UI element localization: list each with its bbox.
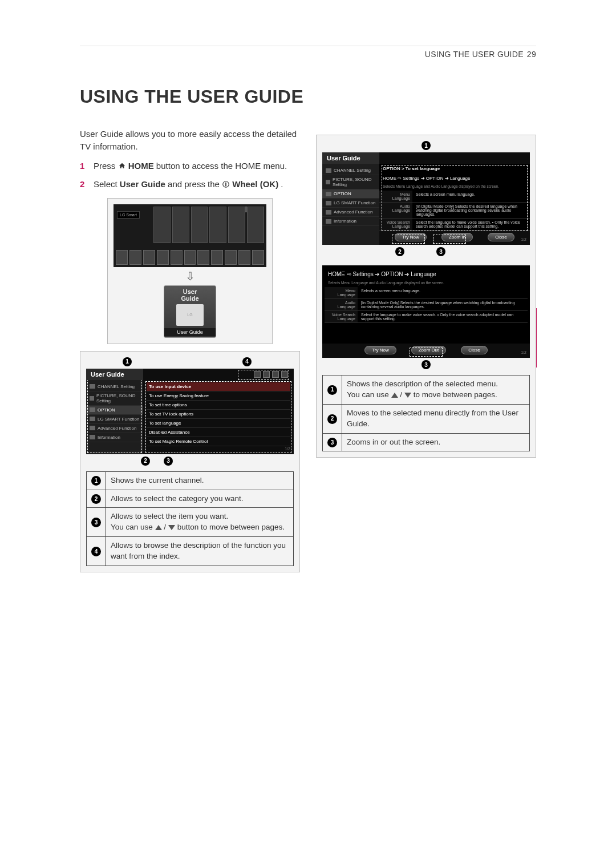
manual-page: ENGLISH USING THE USER GUIDE 29 USING TH… [80,0,536,579]
detail-value: Selects a screen menu language. [358,287,528,298]
callout-3: 3 [164,457,173,466]
zoom-in-button: Zoom In [441,233,473,241]
breadcrumb: HOME ⇨ Settings ➔ OPTION ➔ Language [325,269,528,280]
table-row: 1 Shows the current channel. [87,471,294,490]
detail-row: Audio Language [In Digital Mode Only] Se… [379,203,530,219]
user-guide-card: UserGuide LG User Guide [164,285,216,338]
detail-label: Menu Language [325,287,358,298]
circled-number: 3 [91,518,101,527]
detail-subtext: Selects Menu Language and Audio Language… [325,280,528,287]
step-bold: HOME [128,161,154,171]
step-bold: User Guide [120,179,165,189]
detail-row: Voice Search Language Select the languag… [379,219,530,231]
down-icon [404,393,411,398]
detail-label: Voice Search Language [379,219,412,230]
gear-icon [326,219,331,224]
step-1: 1 Press HOME button to access the HOME m… [80,160,300,173]
page-indicator: 1/2 [521,350,526,354]
toolbar-icon [272,371,279,378]
user-guide-detail-screen: User Guide CHANNEL Setting PICTURE, SOUN… [322,152,530,245]
table-row: 1 Shows the description of the selected … [323,375,530,405]
user-guide-screen: User Guide CHANNEL Setting PICTURE, S [86,369,294,454]
detail-label: Audio Language [325,299,358,310]
detail-value: Selects a screen menu language. [412,191,530,202]
toolbar-icon [254,371,261,378]
page-indicator: 1/2 [285,447,290,451]
header-page-number: 29 [527,50,536,59]
callout-3: 3 [422,360,431,369]
left-column: User Guide allows you to more easily acc… [80,128,300,579]
page-indicator: 1/2 [521,237,526,241]
sidebar-item: Advanced Function [86,424,143,433]
table-row: 2 Allows to select the category you want… [87,490,294,508]
gear-icon [326,168,331,173]
zoom-out-button: Zoom Out [411,346,447,354]
callout-3: 3 [436,247,445,256]
step-2: 2 Select User Guide and press the Wheel … [80,178,300,191]
detail-subtext: Selects Menu Language and Audio Language… [379,183,530,191]
gear-icon [90,417,95,421]
circled-number: 2 [91,494,101,504]
sidebar-item: PICTURE, SOUND Setting [322,175,379,189]
page-header: USING THE USER GUIDE 29 [80,46,536,59]
right-column: 1 User Guide CHANNEL Setting PICTURE, SO… [316,128,536,579]
ug-window-title: User Guide [86,369,143,380]
gear-icon [90,396,94,401]
sidebar-item: LG SMART Function [86,415,143,424]
sidebar-item: Information [322,217,379,226]
try-now-button: Try Now [395,233,426,241]
gear-icon [326,180,330,184]
card-title-line2: Guide [181,295,198,302]
detail-row: Menu Language Selects a screen menu lang… [325,287,528,299]
list-item: To set time options [147,401,290,410]
sidebar-item: Information [86,433,143,442]
detail-label: Audio Language [379,203,412,218]
card-title-line1: User [183,288,197,295]
detail-label: Voice Search Language [325,311,358,322]
gear-icon [90,426,95,430]
circled-number: 4 [91,547,101,556]
table-row: 3 Zooms in or out the screen. [323,433,530,451]
detail-panel: OPTION > To set language HOME ⇨ Settings… [379,164,530,231]
figure-user-guide-list: 1 4 User Guide [80,351,300,572]
table-cell: Allows to select the item you want. You … [106,508,294,537]
list-item: To use input device [147,382,290,391]
callout-2: 2 [395,247,404,256]
card-logo: LG [176,304,204,326]
callout-1: 1 [123,357,132,366]
step-number: 1 [80,160,88,173]
svg-rect-1 [225,183,226,187]
table-row: 4 Allows to browse the description of th… [87,537,294,566]
down-icon [168,525,175,530]
detail-value: [In Digital Mode Only] Selects the desir… [358,299,528,310]
list-item: Disabled Assistance [147,428,290,437]
table-cell: Shows the current channel. [106,471,294,490]
list-item: To set Magic Remote Control [147,437,290,446]
detail-value: Select the language to make voice search… [412,219,530,230]
down-arrow-icon: ⇩ [114,269,266,283]
close-button: Close [488,233,514,241]
gear-icon [90,435,95,439]
list-item: To set TV lock options [147,410,290,419]
callout-table-2: 1 Shows the description of the selected … [322,375,530,451]
step-bold: Wheel (OK) [232,179,278,189]
ug-item-list: To use input device To use Energy Saving… [143,380,294,449]
detail-row: Voice Search Language Select the languag… [325,311,528,323]
home-logo: LG Smart [117,211,140,219]
intro-text: User Guide allows you to more easily acc… [80,128,300,153]
detail-heading: OPTION > To set language [379,164,530,173]
header-section: USING THE USER GUIDE [425,50,524,59]
detail-value: Select the language to make voice search… [358,311,528,322]
figure-home-to-guide: LG Smart ⇩ UserGuide LG User Guide [107,198,273,344]
table-cell: Allows to browse the description of the … [106,537,294,566]
step-text: Press [94,161,118,171]
up-icon [391,393,398,398]
detail-label: Menu Language [379,191,412,202]
page-title: USING THE USER GUIDE [80,86,536,107]
sidebar-item: LG SMART Function [322,199,379,208]
table-cell: Shows the description of the selected me… [342,375,530,405]
table-row: 3 Allows to select the item you want. Yo… [87,508,294,537]
gear-icon [326,210,331,215]
callout-table-1: 1 Shows the current channel. 2 Allows to… [86,471,294,566]
step-text: Select [94,179,120,189]
